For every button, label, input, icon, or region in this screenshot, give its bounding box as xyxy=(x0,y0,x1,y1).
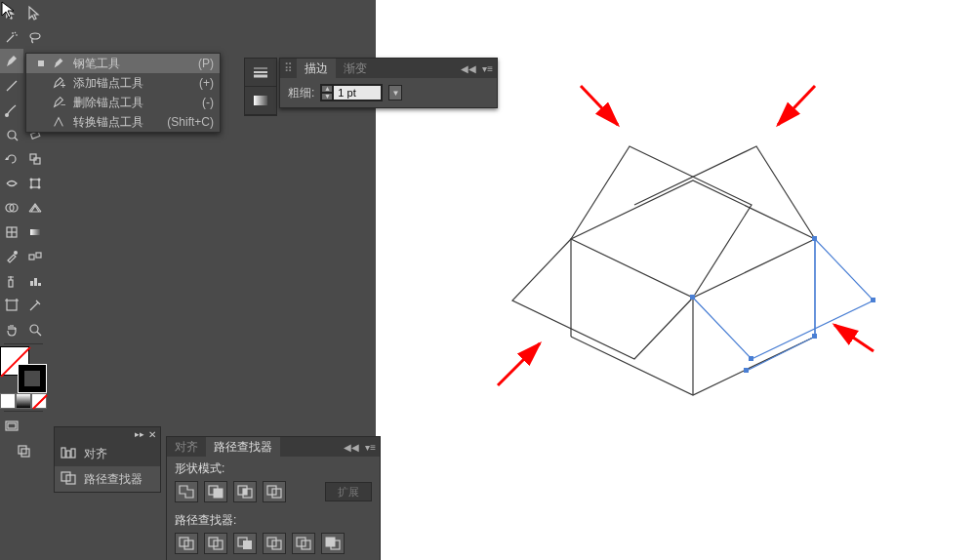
flyout-shortcut: (+) xyxy=(199,76,214,90)
stroke-color[interactable] xyxy=(18,364,47,393)
dock-item-label: 路径查找器 xyxy=(84,471,142,488)
column-graph-tool[interactable] xyxy=(23,268,47,293)
flyout-item-pen[interactable]: 钢笔工具 (P) xyxy=(26,54,220,73)
change-screen-mode[interactable] xyxy=(0,438,47,462)
svg-line-9 xyxy=(834,325,874,351)
flyout-item-delete-anchor[interactable]: − 删除锚点工具 (-) xyxy=(26,93,220,112)
flyout-label: 删除锚点工具 xyxy=(67,95,202,111)
stroke-weight-input[interactable] xyxy=(333,85,382,100)
pf-trim-button[interactable] xyxy=(204,533,227,554)
direct-selection-tool[interactable] xyxy=(23,0,47,24)
pf-crop-button[interactable] xyxy=(263,533,286,554)
color-mode-gradient[interactable] xyxy=(16,393,31,409)
zoom-tool[interactable] xyxy=(23,317,47,341)
slice-tool[interactable] xyxy=(23,293,47,317)
svg-rect-42 xyxy=(19,446,26,454)
panel-menu-icon[interactable]: ▾≡ xyxy=(365,442,376,453)
eyedropper-tool[interactable] xyxy=(0,244,23,268)
svg-rect-32 xyxy=(36,253,41,258)
dock-expand-icon[interactable]: ▸▸ xyxy=(135,429,144,439)
stroke-panel: ⠿ 描边 渐变 ◀◀ ▾≡ 粗细: ▲ ▼ ▼ xyxy=(279,58,498,108)
svg-point-30 xyxy=(14,251,18,255)
blend-tool[interactable] xyxy=(23,244,47,268)
mini-dock-stroke-icon[interactable] xyxy=(245,59,276,87)
step-down-icon[interactable]: ▼ xyxy=(321,93,333,100)
panel-menu-icon[interactable]: ▾≡ xyxy=(482,63,493,74)
symbol-sprayer-tool[interactable] xyxy=(0,268,23,293)
align-icon xyxy=(61,446,76,462)
svg-line-39 xyxy=(37,332,41,336)
stroke-weight-stepper[interactable]: ▲ ▼ xyxy=(320,84,383,101)
flyout-label: 转换锚点工具 xyxy=(67,114,167,131)
tab-align[interactable]: 对齐 xyxy=(167,437,206,457)
pf-merge-button[interactable] xyxy=(233,533,257,554)
svg-point-38 xyxy=(30,325,38,333)
dock-close-icon[interactable]: ✕ xyxy=(148,429,156,440)
svg-line-12 xyxy=(7,81,17,91)
width-tool[interactable] xyxy=(0,171,23,195)
gradient-tool[interactable] xyxy=(23,220,47,244)
lasso-tool[interactable] xyxy=(23,24,47,49)
pen-tool[interactable] xyxy=(0,49,23,73)
panel-collapse-icon[interactable]: ◀◀ xyxy=(344,442,359,453)
scale-tool[interactable] xyxy=(23,146,47,171)
panel-collapse-icon[interactable]: ◀◀ xyxy=(461,63,476,74)
svg-point-15 xyxy=(8,131,16,139)
flyout-label: 钢笔工具 xyxy=(67,56,198,72)
svg-rect-41 xyxy=(8,423,16,428)
pen-icon xyxy=(50,57,67,70)
shape-exclude-button[interactable] xyxy=(263,481,286,502)
svg-rect-19 xyxy=(31,180,39,187)
magic-wand-tool[interactable] xyxy=(0,24,23,49)
stroke-weight-dropdown[interactable]: ▼ xyxy=(388,85,402,100)
shape-minus-front-button[interactable] xyxy=(204,481,227,502)
svg-rect-33 xyxy=(9,280,13,287)
line-tool[interactable] xyxy=(0,73,23,98)
pf-outline-button[interactable] xyxy=(292,533,315,554)
tab-gradient[interactable]: 渐变 xyxy=(336,59,375,78)
tab-pathfinder[interactable]: 路径查找器 xyxy=(206,437,280,457)
panel-grip-icon[interactable]: ⠿ xyxy=(280,61,297,75)
paintbrush-tool[interactable] xyxy=(0,98,23,122)
pathfinder-section-label: 路径查找器: xyxy=(167,508,380,533)
svg-rect-35 xyxy=(34,278,37,286)
pf-minus-back-button[interactable] xyxy=(321,533,345,554)
shape-builder-tool[interactable] xyxy=(0,195,23,220)
svg-rect-5 xyxy=(744,368,749,373)
mesh-tool[interactable] xyxy=(0,220,23,244)
blob-brush-tool[interactable] xyxy=(0,122,23,146)
convert-anchor-icon xyxy=(50,115,67,129)
fill-stroke-swatch[interactable] xyxy=(0,346,47,393)
expand-button[interactable]: 扩展 xyxy=(325,482,372,501)
svg-point-14 xyxy=(5,113,9,117)
screen-mode-button[interactable] xyxy=(0,414,23,438)
perspective-grid-tool[interactable] xyxy=(23,195,47,220)
svg-point-10 xyxy=(30,33,40,39)
mini-dock-gradient-icon[interactable] xyxy=(245,87,276,115)
flyout-item-convert-anchor[interactable]: 转换锚点工具 (Shift+C) xyxy=(26,112,220,132)
free-transform-tool[interactable] xyxy=(23,171,47,195)
svg-rect-43 xyxy=(21,449,29,457)
svg-rect-4 xyxy=(690,295,695,300)
dock-item-pathfinder[interactable]: 路径查找器 xyxy=(55,466,160,492)
dock-item-label: 对齐 xyxy=(84,446,107,462)
shape-unite-button[interactable] xyxy=(175,481,198,502)
step-up-icon[interactable]: ▲ xyxy=(321,85,333,93)
color-mode-solid[interactable] xyxy=(0,393,16,409)
cursor-icon xyxy=(0,0,18,18)
svg-rect-56 xyxy=(214,489,223,498)
tab-stroke[interactable]: 描边 xyxy=(297,59,336,78)
svg-text:−: − xyxy=(61,99,65,109)
shape-intersect-button[interactable] xyxy=(233,481,257,502)
color-mode-none[interactable] xyxy=(31,393,47,409)
flyout-shortcut: (-) xyxy=(202,96,214,109)
artboard-tool[interactable] xyxy=(0,293,23,317)
rotate-tool[interactable] xyxy=(0,146,23,171)
hand-tool[interactable] xyxy=(0,317,23,341)
flyout-item-add-anchor[interactable]: + 添加锚点工具 (+) xyxy=(26,73,220,93)
chevron-down-icon: ▼ xyxy=(391,89,399,98)
svg-rect-49 xyxy=(254,96,267,105)
selected-dot-icon xyxy=(38,60,44,66)
pf-divide-button[interactable] xyxy=(175,533,198,554)
dock-item-align[interactable]: 对齐 xyxy=(55,441,160,466)
